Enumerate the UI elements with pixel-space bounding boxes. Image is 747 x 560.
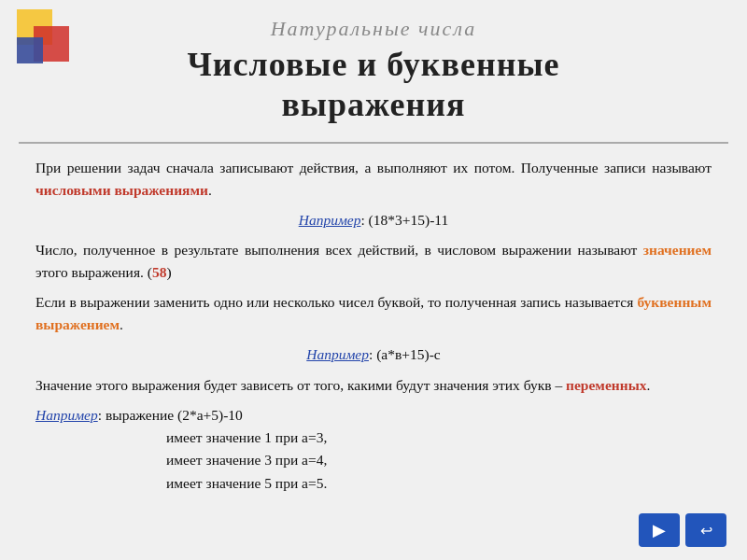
para2-text1: Число, полученное в результате выполнени… bbox=[35, 242, 643, 258]
paragraph-4: Значение этого выражения будет зависеть … bbox=[35, 374, 712, 397]
example3-text: : выражение (2*а+5)-10 bbox=[98, 407, 243, 423]
para1-highlight: числовыми выражениями bbox=[35, 182, 208, 198]
example2-formula: : (а*в+15)-с bbox=[369, 346, 441, 362]
para4-end: . bbox=[647, 377, 651, 393]
para2-num: 58 bbox=[152, 264, 167, 280]
para4-text1: Значение этого выражения будет зависеть … bbox=[35, 377, 566, 393]
return-icon: ↩ bbox=[700, 522, 712, 539]
return-button[interactable]: ↩ bbox=[685, 513, 726, 547]
para2-text2: этого выражения. ( bbox=[35, 264, 152, 280]
para2-end: ) bbox=[166, 264, 171, 280]
subtitle: Натуральные числа bbox=[37, 17, 710, 41]
title: Числовые и буквенные выражения bbox=[37, 45, 710, 125]
list-item-3: имеет значение 5 при а=5. bbox=[166, 472, 712, 496]
list-item-2: имеет значение 3 при а=4, bbox=[166, 449, 712, 472]
para4-highlight: переменных bbox=[566, 377, 646, 393]
main-content: При решении задач сначала записывают дей… bbox=[0, 153, 747, 560]
list-item-1: имеет значение 1 при а=3, bbox=[166, 427, 712, 450]
para1-text1: При решении задач сначала записывают дей… bbox=[35, 160, 712, 175]
example1-label: Например bbox=[299, 212, 361, 228]
divider bbox=[19, 142, 728, 144]
para3-text1: Если в выражении заменить одно или неско… bbox=[35, 294, 637, 310]
play-icon: ▶ bbox=[653, 520, 666, 540]
para3-end: . bbox=[120, 316, 123, 332]
example1-formula: : (18*3+15)-11 bbox=[360, 212, 448, 228]
example-1-line: Например: (18*3+15)-11 bbox=[35, 209, 712, 231]
para2-highlight: значением bbox=[643, 242, 712, 258]
title-line2: выражения bbox=[281, 86, 465, 123]
example-2-line: Например: (а*в+15)-с bbox=[35, 343, 712, 366]
title-line1: Числовые и буквенные bbox=[187, 46, 559, 83]
example-3-block: Например: выражение (2*а+5)-10 имеет зна… bbox=[35, 404, 712, 496]
example2-label: Например bbox=[306, 346, 369, 362]
example3-label: Например bbox=[35, 407, 98, 423]
paragraph-3: Если в выражении заменить одно или неско… bbox=[35, 291, 712, 336]
play-button[interactable]: ▶ bbox=[639, 513, 680, 547]
nav-buttons: ▶ ↩ bbox=[639, 513, 726, 547]
para1-end: . bbox=[208, 182, 212, 198]
header: Натуральные числа Числовые и буквенные в… bbox=[0, 0, 747, 134]
paragraph-1: При решении задач сначала записывают дей… bbox=[35, 157, 712, 202]
paragraph-2: Число, полученное в результате выполнени… bbox=[35, 239, 712, 284]
example3-list: имеет значение 1 при а=3, имеет значение… bbox=[166, 427, 712, 496]
